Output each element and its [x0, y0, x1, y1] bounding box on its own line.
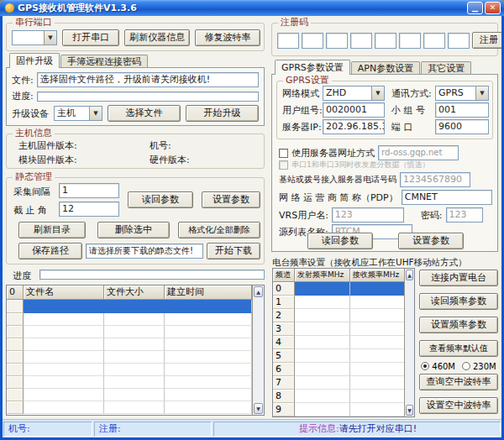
- register-button[interactable]: 注册: [472, 32, 501, 49]
- radio-table-cell[interactable]: [350, 403, 406, 416]
- port-input[interactable]: 9600: [435, 119, 489, 134]
- file-table-cell[interactable]: [104, 376, 165, 389]
- row-header[interactable]: [7, 364, 24, 376]
- file-table-row[interactable]: [7, 326, 264, 338]
- user-group-input[interactable]: 0020001: [323, 102, 385, 118]
- row-header[interactable]: [7, 338, 24, 351]
- chevron-down-icon[interactable]: ▼: [475, 86, 488, 100]
- file-table-cell[interactable]: [24, 338, 104, 351]
- row-header[interactable]: [7, 389, 24, 401]
- file-table-cell[interactable]: [165, 389, 252, 401]
- radio-table-row[interactable]: 0: [273, 282, 414, 296]
- file-table-row[interactable]: [7, 351, 264, 364]
- gprs-read-params-button[interactable]: 读回参数: [307, 233, 373, 249]
- file-table-cell[interactable]: [165, 401, 252, 414]
- channel-row-header[interactable]: 0: [273, 282, 295, 296]
- channel-row-header[interactable]: 5: [273, 349, 295, 363]
- register-code-box[interactable]: [423, 33, 445, 49]
- file-table-scrollbar[interactable]: ▲ ▼: [252, 285, 264, 415]
- query-air-baud-button[interactable]: 查询空中波特率: [419, 374, 498, 390]
- channel-row-header[interactable]: 3: [273, 322, 295, 336]
- scroll-up-icon[interactable]: ▲: [254, 286, 263, 297]
- register-code-box[interactable]: [277, 33, 299, 49]
- pdp-input[interactable]: CMNET: [402, 190, 492, 205]
- server-url-checkbox[interactable]: [279, 149, 288, 158]
- file-table-cell[interactable]: [24, 313, 104, 326]
- close-button[interactable]: ✕: [485, 2, 501, 14]
- radio-table-cell[interactable]: [295, 296, 350, 309]
- register-code-box[interactable]: [326, 33, 348, 49]
- radio-table-column-header[interactable]: 频道: [273, 269, 295, 282]
- row-header[interactable]: [7, 326, 24, 338]
- fix-baud-button[interactable]: 修复波特率: [195, 29, 260, 46]
- com-port-select[interactable]: ▼: [12, 30, 57, 45]
- scroll-up-icon[interactable]: ▲: [406, 270, 413, 280]
- channel-row-header[interactable]: 4: [273, 336, 295, 349]
- interval-input[interactable]: 1: [59, 183, 119, 198]
- tab-handheld-password[interactable]: 手簿远程连接密码: [60, 55, 148, 68]
- radio-table-cell[interactable]: [295, 349, 350, 363]
- view-default-freq-button[interactable]: 查看频率默认值: [419, 340, 498, 357]
- file-table-row[interactable]: [7, 389, 264, 401]
- radio-table-row[interactable]: 7: [273, 376, 414, 390]
- radio-table-row[interactable]: 1: [273, 296, 414, 309]
- cutoff-angle-input[interactable]: 12: [59, 202, 119, 217]
- read-freq-button[interactable]: 读回频率参数: [419, 293, 498, 310]
- radio-table-cell[interactable]: [295, 322, 350, 336]
- radio-table-cell[interactable]: [350, 336, 406, 349]
- radio-table-cell[interactable]: [350, 349, 406, 363]
- small-group-input[interactable]: 001: [435, 102, 489, 118]
- radio-table-cell[interactable]: [350, 282, 406, 296]
- radio-table-cell[interactable]: [350, 309, 406, 322]
- row-header[interactable]: [7, 376, 24, 389]
- row-header[interactable]: [7, 313, 24, 326]
- channel-row-header[interactable]: 6: [273, 363, 295, 376]
- refresh-info-button[interactable]: 刷新仪器信息: [124, 29, 190, 46]
- file-table-selected-cell[interactable]: [24, 300, 252, 313]
- file-table-cell[interactable]: [165, 376, 252, 389]
- tab-firmware-upgrade[interactable]: 固件升级: [9, 53, 60, 68]
- file-table-cell[interactable]: [24, 401, 104, 414]
- file-table-cell[interactable]: [104, 326, 165, 338]
- file-table-column-header[interactable]: 文件名: [24, 285, 104, 300]
- chevron-down-icon[interactable]: ▼: [371, 86, 384, 100]
- register-code-box[interactable]: [350, 33, 372, 49]
- radio-table-row[interactable]: 5: [273, 349, 414, 363]
- radio-table-column-header[interactable]: 发射频率MHz: [295, 269, 350, 282]
- radio-table-column-header[interactable]: 接收频率MHz: [350, 269, 406, 282]
- server-url-input[interactable]: rd-oss.gqp.net: [378, 145, 459, 160]
- file-table-cell[interactable]: [24, 389, 104, 401]
- radio-table-cell[interactable]: [295, 390, 350, 403]
- file-table-row selected[interactable]: [7, 300, 264, 313]
- upgrade-device-select[interactable]: 主机 ▼: [54, 106, 102, 121]
- radio-table-cell[interactable]: [295, 363, 350, 376]
- file-table-cell[interactable]: [104, 351, 165, 364]
- file-table-cell[interactable]: [24, 376, 104, 389]
- server-ip-input[interactable]: 202.96.185.34: [323, 119, 385, 134]
- file-table-row[interactable]: [7, 376, 264, 389]
- scroll-down-icon[interactable]: ▼: [254, 403, 263, 414]
- file-table-row[interactable]: [7, 313, 264, 326]
- channel-row-header[interactable]: 7: [273, 376, 295, 390]
- file-table-cell[interactable]: [165, 326, 252, 338]
- set-air-baud-button[interactable]: 设置空中波特率: [419, 397, 498, 414]
- radio-table-row[interactable]: 6: [273, 363, 414, 376]
- tab-other-settings[interactable]: 其它设置: [421, 61, 471, 75]
- file-table-cell[interactable]: [165, 338, 252, 351]
- start-download-button[interactable]: 开始下载: [207, 243, 260, 259]
- radio-table-cell[interactable]: [350, 390, 406, 403]
- radio-table-cell[interactable]: [295, 336, 350, 349]
- file-table-column-header[interactable]: 0: [7, 285, 24, 300]
- channel-row-header[interactable]: 8: [273, 390, 295, 403]
- register-code-box[interactable]: [375, 33, 396, 49]
- download-hint-box[interactable]: 请选择所要下载的静态文件!: [86, 244, 203, 259]
- file-table-cell[interactable]: [24, 351, 104, 364]
- radio-table-row[interactable]: 8: [273, 390, 414, 403]
- set-freq-button[interactable]: 设置频率参数: [419, 317, 498, 333]
- file-table-row[interactable]: [7, 364, 264, 376]
- file-table-cell[interactable]: [165, 364, 252, 376]
- radio-table-row[interactable]: 2: [273, 309, 414, 322]
- radio-table-cell[interactable]: [350, 363, 406, 376]
- firmware-file-input[interactable]: 选择固件文件路径，升级前请关闭接收机!: [37, 72, 259, 87]
- radio-table-cell[interactable]: [295, 376, 350, 390]
